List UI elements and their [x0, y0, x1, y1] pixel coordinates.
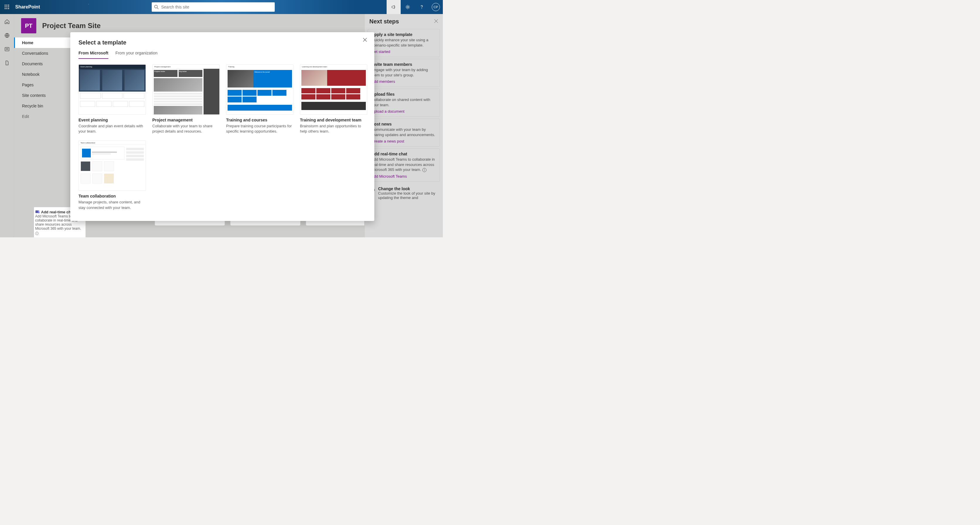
search-input[interactable] — [161, 5, 272, 10]
svg-line-10 — [157, 8, 159, 10]
tab-from-microsoft[interactable]: From Microsoft — [78, 49, 108, 59]
template-desc: Prepare training course participants for… — [226, 124, 293, 134]
search-box[interactable] — [152, 2, 275, 12]
template-thumbnail: Project managementProgress trackerBug tr… — [152, 64, 220, 115]
account-button[interactable]: CP — [429, 0, 443, 14]
dialog-title: Select a template — [78, 39, 366, 46]
svg-rect-6 — [5, 8, 6, 9]
suite-bar: SharePoint CP — [0, 0, 443, 14]
template-event-planning[interactable]: Event planningEvent planningCoordinate a… — [78, 64, 146, 134]
nav-item-documents[interactable]: Documents — [14, 59, 73, 69]
info-icon[interactable]: ⓘ — [35, 231, 84, 236]
svg-rect-8 — [8, 8, 9, 9]
app-name[interactable]: SharePoint — [15, 5, 40, 10]
template-name: Training and courses — [226, 117, 293, 122]
search-icon — [154, 5, 159, 10]
template-name: Training and development team — [300, 117, 367, 122]
svg-rect-0 — [5, 5, 6, 6]
site-logo[interactable]: PT — [21, 18, 36, 33]
nav-edit-link[interactable]: Edit — [14, 111, 73, 122]
avatar: CP — [432, 3, 440, 11]
svg-rect-19 — [38, 212, 40, 213]
svg-rect-2 — [8, 5, 9, 6]
teams-icon — [35, 209, 40, 214]
template-project-management[interactable]: Project managementProgress trackerBug tr… — [152, 64, 220, 134]
megaphone-button[interactable] — [387, 0, 401, 14]
nav-item-site-contents[interactable]: Site contents — [14, 90, 73, 101]
svg-point-9 — [154, 5, 158, 8]
app-launcher-button[interactable] — [0, 0, 14, 14]
nav-item-conversations[interactable]: Conversations — [14, 48, 73, 59]
svg-rect-7 — [6, 8, 7, 9]
template-thumbnail: Learning and development team — [300, 64, 367, 115]
help-button[interactable] — [415, 0, 429, 14]
svg-rect-1 — [6, 5, 7, 6]
dialog-tabs: From MicrosoftFrom your organization — [78, 49, 366, 59]
template-training-and-development-team[interactable]: Learning and development teamTraining an… — [300, 64, 367, 134]
svg-rect-5 — [8, 6, 9, 7]
svg-point-12 — [422, 8, 422, 9]
nav-item-recycle-bin[interactable]: Recycle bin — [14, 101, 73, 111]
template-name: Team collaboration — [78, 194, 146, 198]
nav-item-notebook[interactable]: Notebook — [14, 69, 73, 79]
close-button[interactable] — [363, 38, 369, 43]
template-team-collaboration[interactable]: Team collaborationTeam collaborationMana… — [78, 140, 146, 210]
template-name: Event planning — [78, 117, 146, 122]
nav-item-pages[interactable]: Pages — [14, 79, 73, 90]
svg-rect-17 — [35, 210, 38, 213]
nav-item-home[interactable]: Home — [14, 38, 73, 48]
settings-button[interactable] — [401, 0, 415, 14]
template-thumbnail: Event planning — [78, 64, 146, 115]
template-desc: Brainstorm and plan opportunities to hel… — [300, 124, 367, 134]
template-desc: Manage projects, share content, and stay… — [78, 200, 146, 210]
svg-rect-4 — [6, 6, 7, 7]
template-name: Project management — [152, 117, 220, 122]
template-thumbnail: Team collaboration — [78, 140, 146, 191]
svg-rect-3 — [5, 6, 6, 7]
tab-from-your-organization[interactable]: From your organization — [115, 49, 158, 59]
template-desc: Collaborate with your team to share proj… — [152, 124, 220, 134]
template-desc: Coordinate and plan event details with y… — [78, 124, 146, 134]
svg-point-18 — [38, 210, 39, 212]
template-training-and-courses[interactable]: TrainingWelcome to the course!Training a… — [226, 64, 293, 134]
svg-point-11 — [407, 6, 408, 8]
site-title[interactable]: Project Team Site — [42, 22, 101, 30]
template-thumbnail: TrainingWelcome to the course! — [226, 64, 293, 115]
template-picker-dialog: Select a template From MicrosoftFrom you… — [70, 32, 374, 221]
